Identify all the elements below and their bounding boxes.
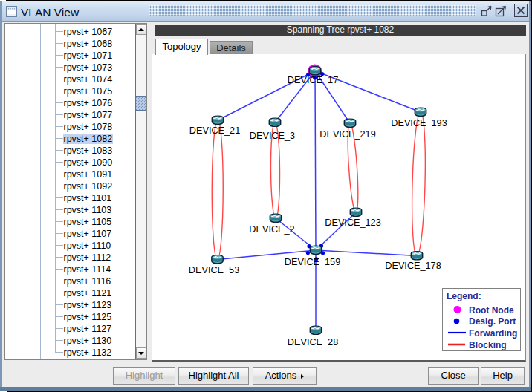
svg-text:Desig. Port: Desig. Port <box>469 316 516 327</box>
svg-text:DEVICE_3: DEVICE_3 <box>250 131 295 141</box>
svg-text:Forwarding: Forwarding <box>469 328 517 339</box>
svg-text:DEVICE_123: DEVICE_123 <box>325 218 380 228</box>
svg-text:Root Node: Root Node <box>469 305 514 316</box>
svg-text:DEVICE_2: DEVICE_2 <box>249 224 294 235</box>
svg-text:Legend:: Legend: <box>447 291 481 301</box>
svg-text:DEVICE_17: DEVICE_17 <box>288 75 338 85</box>
svg-text:DEVICE_178: DEVICE_178 <box>385 261 441 271</box>
svg-text:DEVICE_28: DEVICE_28 <box>288 337 338 347</box>
svg-text:DEVICE_53: DEVICE_53 <box>189 265 239 275</box>
svg-text:DEVICE_21: DEVICE_21 <box>189 125 240 136</box>
svg-text:DEVICE_159: DEVICE_159 <box>285 257 340 267</box>
svg-text:DEVICE_219: DEVICE_219 <box>319 129 375 140</box>
svg-text:Blocking: Blocking <box>469 340 507 350</box>
svg-text:DEVICE_193: DEVICE_193 <box>391 118 447 128</box>
